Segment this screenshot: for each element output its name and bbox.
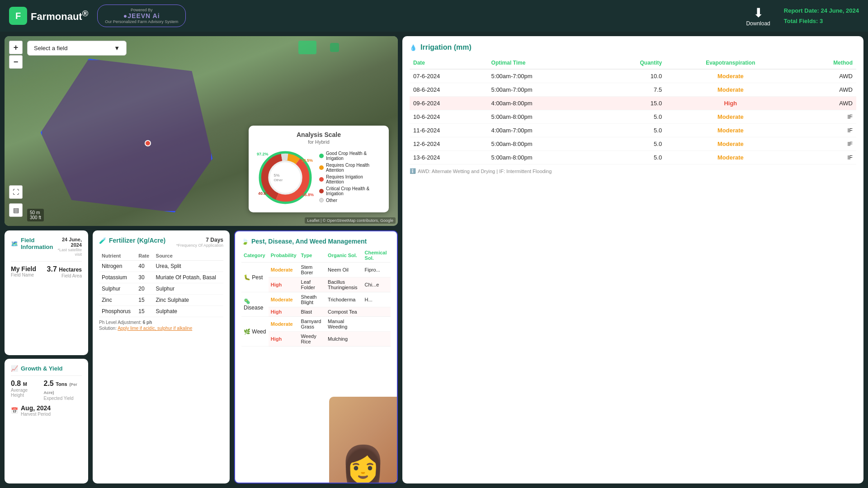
avatar-figure: 👩	[340, 446, 386, 483]
pest-prob1: Moderate	[269, 263, 299, 277]
map-attribution: Leaflet | © OpenStreetMap contributors, …	[305, 217, 396, 224]
report-info: Report Date: 24 June, 2024 Total Fields:…	[784, 5, 859, 27]
fert-source: Muriate Of Potash, Basal	[153, 272, 223, 283]
legend-other: Other	[326, 198, 337, 203]
fert-source: Sulphate	[153, 306, 223, 317]
analysis-scale-popup: Analysis Scale for Hybrid	[249, 126, 389, 212]
avg-height-value: 0.8	[11, 380, 21, 387]
pest-org1: Manual Weeding	[326, 317, 363, 332]
irr-method: AWD	[796, 97, 856, 110]
fert-rate: 40	[136, 261, 153, 272]
jeevn-title: ●JEEVN Ai	[123, 12, 160, 19]
pest-row: 🦠 Disease Moderate Sheath Blight Trichod…	[241, 292, 391, 307]
info-icon: ℹ️	[410, 168, 416, 174]
zoom-out-button[interactable]: −	[9, 55, 23, 69]
irr-qty: 5.0	[599, 137, 665, 151]
fullscreen-button[interactable]: ⛶	[9, 185, 23, 199]
irrigation-table: Date Optimal Time Quantity Evapotranspir…	[410, 57, 856, 164]
irr-et: High	[665, 97, 795, 110]
solution-link[interactable]: Apply lime if acidic, sulphur if alkalin…	[118, 326, 192, 331]
pest-cat-icon: 🐛	[244, 274, 250, 281]
irr-time: 5:00am-7:00pm	[488, 69, 599, 83]
fertilizer-row: Zinc 15 Zinc Sulphate	[99, 295, 223, 306]
irr-time: 5:00am-8:00pm	[488, 137, 599, 151]
fert-rate: 15	[136, 306, 153, 317]
fert-nutrient: Zinc	[99, 295, 136, 306]
harvest-period-value: Aug, 2024	[21, 404, 51, 412]
pest-chem2	[363, 307, 391, 317]
irr-et: Moderate	[665, 124, 795, 137]
left-column: + − ⛶ ▤ Select a field ▼ 50 m 300 ft Lea…	[5, 36, 398, 483]
pest-title: Pest, Disease, And Weed Management	[251, 238, 367, 245]
fertilizer-icon: 🧪	[99, 237, 106, 244]
irr-time: 4:00am-7:00pm	[488, 124, 599, 137]
calendar-icon: 📅	[11, 407, 18, 414]
fertilizer-solution-note: Solution: Apply lime if acidic, sulphur …	[99, 326, 223, 331]
fertilizer-row: Sulphur 20 Sulphur	[99, 283, 223, 295]
download-button[interactable]: ⬇ Download	[746, 5, 770, 27]
pest-chem1	[363, 317, 391, 332]
field-marker	[145, 140, 151, 146]
download-icon: ⬇	[753, 5, 764, 20]
irrigation-card: 💧 Irrigation (mm) Date Optimal Time Quan…	[402, 36, 863, 483]
legend-critical: Critical Crop Health & Irrigation	[326, 186, 382, 196]
fertilizer-table: Nutrient Rate Source Nitrogen 40 Urea, S…	[99, 251, 223, 317]
fertilizer-frequency: 7 Days	[176, 237, 223, 243]
irr-qty: 10.0	[599, 69, 665, 83]
layer-button[interactable]: ▤	[9, 203, 23, 217]
irrigation-title: Irrigation (mm)	[420, 43, 472, 52]
fertilizer-frequency-label: *Frequency Of Application	[176, 243, 223, 248]
logo-icon: F	[9, 7, 27, 25]
expected-yield-value: 2.5	[44, 380, 54, 387]
fertilizer-card: 🧪 Fertilizer (Kg/Acre) 7 Days *Frequency…	[93, 230, 230, 483]
pest-type1: Barnyard Grass	[299, 317, 326, 332]
field-name: My Field	[11, 265, 36, 272]
irr-time: 4:00am-8:00pm	[488, 97, 599, 110]
irrigation-row: 07-6-2024 5:00am-7:00pm 10.0 Moderate AW…	[410, 69, 856, 83]
download-label: Download	[746, 20, 770, 27]
irr-date: 11-6-2024	[410, 124, 488, 137]
irrigation-note-text: AWD: Alternate Wetting and Drying | IF: …	[418, 169, 552, 174]
analysis-legend: Good Crop Health & Irrigation Requires C…	[319, 151, 382, 205]
irrigation-row: 10-6-2024 5:00am-8:00pm 5.0 Moderate IF	[410, 110, 856, 124]
field-info-title: Field Information	[21, 237, 57, 250]
expected-yield-unit: Tons	[56, 381, 67, 387]
irr-qty: 15.0	[599, 97, 665, 110]
pest-type2: Leaf Folder	[299, 277, 326, 292]
pest-prob1: Moderate	[269, 292, 299, 307]
field-select-dropdown[interactable]: Select a field ▼	[27, 41, 127, 56]
field-name-label: Field Name	[11, 272, 36, 277]
irrigation-row: 09-6-2024 4:00am-8:00pm 15.0 High AWD	[410, 97, 856, 110]
field-area-label: Field Area	[47, 273, 82, 278]
growth-icon: 📈	[11, 365, 18, 372]
field-info-card: 🗺️ Field Information 24 June, 2024 *Last…	[5, 230, 88, 355]
field-info-column: 🗺️ Field Information 24 June, 2024 *Last…	[5, 230, 88, 483]
harvest-period-label: Harvest Period	[21, 412, 51, 417]
pest-chem1: H...	[363, 292, 391, 307]
jeevn-sub: Our Personalized Farm Advisory System	[105, 19, 178, 24]
fertilizer-row: Nitrogen 40 Urea, Split	[99, 261, 223, 272]
field-area-unit: Hectares	[59, 267, 82, 273]
avatar-overlay: 👩	[329, 397, 397, 483]
irr-time: 5:00am-7:00pm	[488, 83, 599, 97]
irr-qty: 5.0	[599, 151, 665, 164]
pest-chem1: Fipro...	[363, 263, 391, 277]
pest-category: 🦠 Disease	[241, 292, 269, 317]
zoom-in-button[interactable]: +	[9, 41, 23, 54]
ph-note-label: Ph Level Adjustment:	[99, 320, 143, 325]
fert-rate: 30	[136, 272, 153, 283]
pest-row: 🐛 Pest Moderate Stem Borer Neem Oil Fipr…	[241, 263, 391, 277]
pest-prob2: High	[269, 307, 299, 317]
fert-nutrient: Nitrogen	[99, 261, 136, 272]
scale-feet: 300 ft	[30, 215, 41, 220]
fert-rate: 15	[136, 295, 153, 306]
analysis-scale-title: Analysis Scale	[256, 131, 382, 138]
irr-method: AWD	[796, 83, 856, 97]
fert-col-nutrient: Nutrient	[99, 251, 136, 261]
map-controls: + −	[9, 41, 23, 69]
irr-date: 07-6-2024	[410, 69, 488, 83]
fertilizer-ph-note: Ph Level Adjustment: 6 ph	[99, 320, 223, 325]
avg-height-label: Average Height	[11, 388, 38, 398]
irr-et: Moderate	[665, 110, 795, 124]
analysis-scale-subtitle: for Hybrid	[256, 139, 382, 145]
